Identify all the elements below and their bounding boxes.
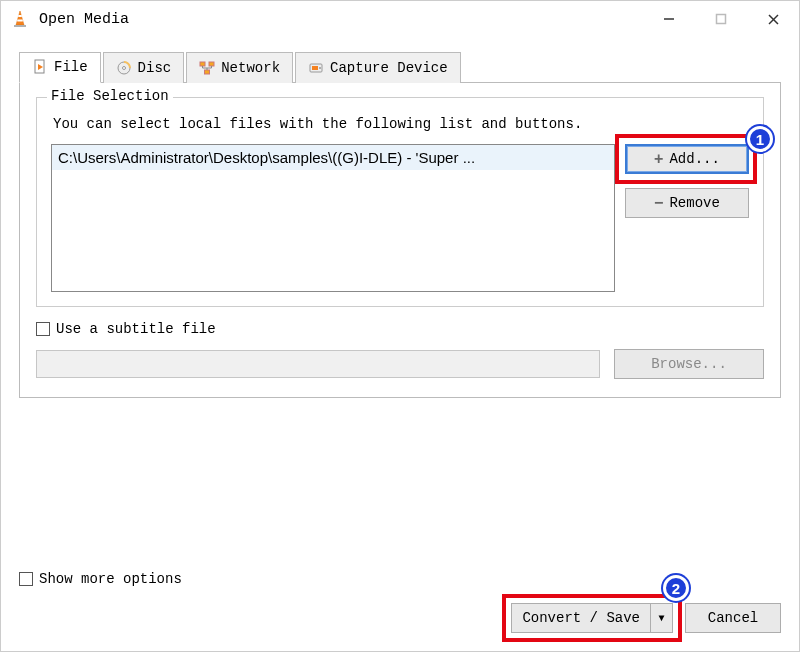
callout-badge-2: 2 — [663, 575, 689, 601]
cancel-button-label: Cancel — [708, 610, 758, 626]
file-selection-hint: You can select local files with the foll… — [53, 116, 749, 132]
chevron-down-icon: ▼ — [658, 613, 664, 624]
svg-rect-2 — [17, 20, 23, 22]
capture-device-icon — [308, 60, 324, 76]
add-button[interactable]: + Add... — [625, 144, 749, 174]
tab-capture-label: Capture Device — [330, 60, 448, 76]
dialog-footer: Show more options 2 Convert / Save ▼ Can… — [19, 571, 781, 633]
tab-disc-label: Disc — [138, 60, 172, 76]
maximize-button[interactable] — [695, 1, 747, 37]
convert-save-label[interactable]: Convert / Save — [511, 603, 651, 633]
more-options-label: Show more options — [39, 571, 182, 587]
svg-rect-5 — [717, 15, 726, 24]
svg-point-11 — [122, 66, 125, 69]
minus-icon: − — [654, 194, 663, 212]
subtitle-path-input — [36, 350, 600, 378]
browse-button-label: Browse... — [651, 356, 727, 372]
file-list[interactable]: C:\Users\Administrator\Desktop\samples\(… — [51, 144, 615, 292]
vlc-cone-icon — [11, 10, 29, 28]
svg-rect-3 — [14, 25, 26, 27]
browse-button: Browse... — [614, 349, 764, 379]
window-controls — [643, 1, 799, 37]
convert-save-dropdown[interactable]: ▼ — [651, 603, 673, 633]
open-media-window: Open Media File — [0, 0, 800, 652]
tab-disc[interactable]: Disc — [103, 52, 185, 83]
convert-save-button[interactable]: Convert / Save ▼ — [511, 603, 673, 633]
subtitle-checkbox-label: Use a subtitle file — [56, 321, 216, 337]
close-button[interactable] — [747, 1, 799, 37]
file-list-item[interactable]: C:\Users\Administrator\Desktop\samples\(… — [52, 145, 614, 170]
titlebar: Open Media — [1, 1, 799, 37]
tab-file-label: File — [54, 59, 88, 75]
callout-badge-1: 1 — [747, 126, 773, 152]
file-icon — [32, 59, 48, 75]
file-selection-group: File Selection You can select local file… — [36, 97, 764, 307]
disc-icon — [116, 60, 132, 76]
subtitle-input-row: Browse... — [36, 349, 764, 379]
plus-icon: + — [654, 150, 663, 168]
more-options-checkbox[interactable] — [19, 572, 33, 586]
subtitle-checkbox-row: Use a subtitle file — [36, 321, 764, 337]
tab-panel-file: File Selection You can select local file… — [19, 83, 781, 398]
dialog-body: File Disc Network Capture Device — [1, 37, 799, 651]
svg-rect-12 — [200, 62, 205, 66]
minimize-button[interactable] — [643, 1, 695, 37]
subtitle-checkbox[interactable] — [36, 322, 50, 336]
file-selection-legend: File Selection — [47, 88, 173, 104]
svg-rect-13 — [209, 62, 214, 66]
remove-button[interactable]: − Remove — [625, 188, 749, 218]
tab-file[interactable]: File — [19, 52, 101, 83]
svg-rect-14 — [205, 70, 210, 74]
network-icon — [199, 60, 215, 76]
svg-rect-1 — [18, 15, 22, 17]
tab-network-label: Network — [221, 60, 280, 76]
tab-network[interactable]: Network — [186, 52, 293, 83]
tab-capture-device[interactable]: Capture Device — [295, 52, 461, 83]
window-title: Open Media — [39, 11, 129, 28]
cancel-button[interactable]: Cancel — [685, 603, 781, 633]
add-button-label: Add... — [669, 151, 719, 167]
tab-bar: File Disc Network Capture Device — [19, 51, 781, 83]
svg-point-21 — [319, 67, 321, 69]
svg-marker-0 — [16, 11, 24, 25]
remove-button-label: Remove — [669, 195, 719, 211]
svg-rect-20 — [312, 66, 318, 70]
